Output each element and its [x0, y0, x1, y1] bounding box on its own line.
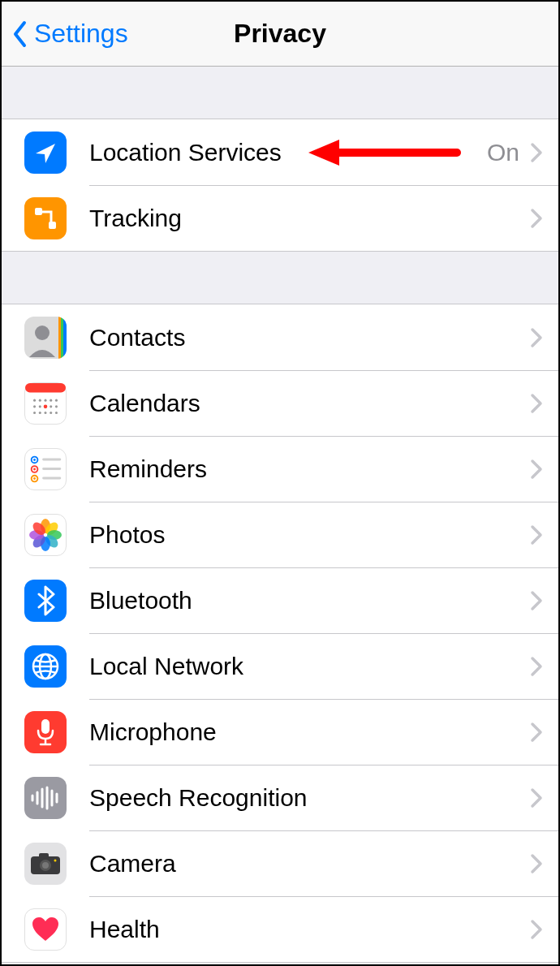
back-button[interactable]: Settings [2, 18, 128, 50]
row-label: Health [89, 916, 529, 943]
svg-point-19 [50, 412, 52, 414]
row-label: Bluetooth [89, 587, 529, 615]
settings-group-2: Contacts Calendars [2, 304, 558, 963]
row-calendars[interactable]: Calendars [2, 370, 558, 436]
nav-bar: Settings Privacy [2, 2, 558, 67]
row-label: Calendars [89, 390, 529, 417]
chevron-right-icon [529, 852, 544, 875]
svg-point-18 [44, 412, 46, 414]
contacts-icon [24, 317, 67, 359]
tracking-icon [24, 197, 67, 239]
row-camera[interactable]: Camera [2, 830, 558, 896]
svg-point-26 [33, 468, 36, 470]
section-spacer [2, 67, 558, 119]
chevron-right-icon [529, 207, 544, 230]
chevron-right-icon [529, 392, 544, 415]
svg-point-21 [44, 404, 48, 408]
svg-point-10 [50, 399, 52, 401]
row-label: Reminders [89, 455, 529, 483]
row-local-network[interactable]: Local Network [2, 633, 558, 699]
row-photos[interactable]: Photos [2, 502, 558, 567]
photos-icon [24, 514, 67, 556]
svg-point-13 [39, 405, 41, 408]
chevron-right-icon [529, 589, 544, 612]
row-label: Microphone [89, 718, 529, 746]
row-label: Contacts [89, 324, 529, 351]
row-reminders[interactable]: Reminders [2, 436, 558, 502]
chevron-right-icon [529, 141, 544, 164]
svg-point-14 [50, 405, 52, 408]
svg-point-12 [33, 405, 36, 408]
chevron-right-icon [529, 918, 544, 941]
svg-rect-5 [63, 317, 67, 359]
row-label: Local Network [89, 653, 529, 680]
bluetooth-icon [24, 580, 67, 622]
svg-rect-30 [42, 477, 61, 479]
chevron-right-icon [529, 721, 544, 744]
chevron-right-icon [529, 524, 544, 546]
row-contacts[interactable]: Contacts [2, 304, 558, 370]
svg-point-16 [33, 412, 36, 414]
reminders-icon [24, 448, 67, 490]
svg-rect-4 [61, 317, 63, 359]
svg-rect-42 [41, 719, 50, 734]
row-label: Location Services [89, 139, 487, 166]
row-label: Speech Recognition [89, 784, 529, 812]
svg-point-11 [55, 399, 58, 401]
calendar-icon [24, 382, 67, 425]
row-label: Photos [89, 521, 529, 549]
microphone-icon [24, 711, 67, 753]
svg-rect-27 [42, 468, 61, 470]
waveform-icon [24, 777, 67, 819]
row-bluetooth[interactable]: Bluetooth [2, 567, 558, 633]
row-speech-recognition[interactable]: Speech Recognition [2, 765, 558, 830]
svg-rect-52 [39, 853, 49, 858]
location-arrow-icon [24, 132, 67, 174]
svg-rect-1 [49, 222, 56, 229]
chevron-right-icon [529, 458, 544, 481]
settings-group-1: Location Services On Tracking [2, 119, 558, 252]
svg-point-8 [39, 399, 41, 401]
chevron-left-icon [10, 18, 31, 50]
section-spacer [2, 252, 558, 304]
chevron-right-icon [529, 787, 544, 809]
svg-point-17 [39, 412, 41, 414]
svg-point-23 [33, 459, 36, 461]
row-detail: On [487, 139, 519, 166]
chevron-right-icon [529, 655, 544, 678]
row-location-services[interactable]: Location Services On [2, 119, 558, 185]
svg-point-15 [55, 405, 58, 408]
svg-point-29 [33, 477, 36, 480]
svg-point-9 [44, 399, 46, 401]
svg-point-54 [42, 862, 49, 869]
chevron-right-icon [529, 326, 544, 349]
privacy-settings-screen: Settings Privacy Location Services On [0, 0, 560, 966]
svg-point-7 [33, 399, 36, 401]
svg-rect-6 [25, 383, 66, 393]
row-microphone[interactable]: Microphone [2, 699, 558, 765]
svg-point-2 [35, 326, 50, 340]
heart-icon [24, 908, 67, 951]
svg-rect-0 [35, 208, 42, 215]
svg-point-55 [54, 859, 57, 861]
row-label: Camera [89, 850, 529, 878]
row-health[interactable]: Health [2, 896, 558, 962]
svg-rect-3 [58, 317, 61, 359]
svg-point-20 [55, 412, 58, 414]
back-label: Settings [34, 19, 128, 49]
globe-icon [24, 645, 67, 688]
camera-icon [24, 843, 67, 885]
row-label: Tracking [89, 205, 529, 232]
svg-rect-24 [42, 458, 61, 460]
row-tracking[interactable]: Tracking [2, 185, 558, 251]
